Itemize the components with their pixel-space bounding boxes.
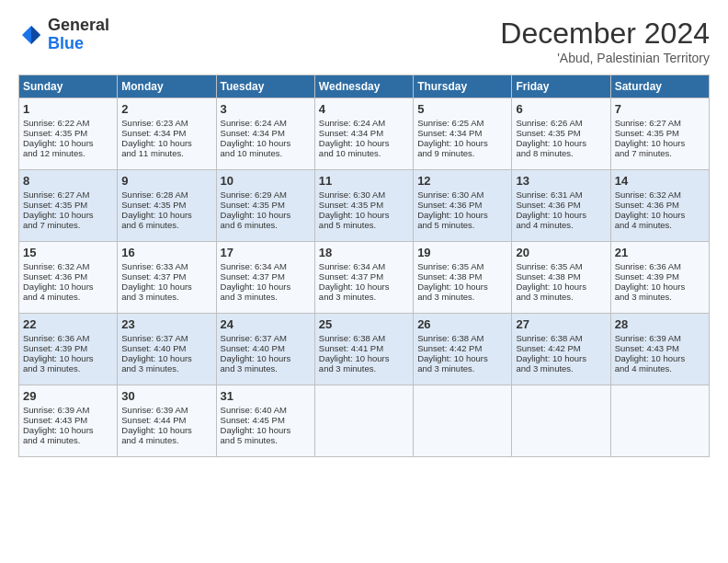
day-info-line: Sunrise: 6:24 AM: [319, 118, 409, 128]
day-info-line: and 3 minutes.: [516, 363, 606, 373]
header-row: SundayMondayTuesdayWednesdayThursdayFrid…: [19, 75, 710, 98]
calendar-cell: 10Sunrise: 6:29 AMSunset: 4:35 PMDayligh…: [216, 170, 314, 242]
day-info-line: and 3 minutes.: [221, 363, 311, 373]
day-info-line: and 3 minutes.: [319, 292, 409, 302]
day-number: 3: [221, 102, 311, 116]
day-info-line: Sunrise: 6:29 AM: [221, 190, 311, 200]
day-info-line: Sunset: 4:38 PM: [516, 271, 606, 282]
day-info-line: Sunset: 4:40 PM: [221, 343, 311, 353]
logo-general-text: General: [48, 17, 109, 35]
day-info-line: Daylight: 10 hours: [319, 210, 409, 220]
day-number: 5: [417, 102, 507, 116]
calendar-cell: 28Sunrise: 6:39 AMSunset: 4:43 PMDayligh…: [610, 314, 709, 385]
day-number: 14: [615, 174, 705, 188]
day-info-line: and 3 minutes.: [23, 363, 113, 373]
day-info-line: Sunset: 4:34 PM: [221, 128, 311, 138]
day-info-line: Daylight: 10 hours: [121, 282, 211, 292]
day-info-line: and 9 minutes.: [417, 148, 507, 158]
day-info-line: Daylight: 10 hours: [516, 353, 606, 363]
day-info-line: Daylight: 10 hours: [221, 353, 311, 363]
logo-icon: [18, 22, 44, 48]
day-info-line: and 5 minutes.: [319, 220, 409, 230]
day-info-line: Sunrise: 6:31 AM: [516, 190, 606, 200]
day-info-line: Daylight: 10 hours: [23, 138, 113, 148]
day-info-line: Sunset: 4:36 PM: [23, 271, 113, 282]
calendar-table: SundayMondayTuesdayWednesdayThursdayFrid…: [18, 75, 710, 457]
day-info-line: Sunset: 4:35 PM: [615, 128, 705, 138]
day-number: 8: [23, 174, 113, 188]
day-info-line: Sunset: 4:43 PM: [615, 343, 705, 353]
calendar-cell: 24Sunrise: 6:37 AMSunset: 4:40 PMDayligh…: [216, 314, 314, 385]
day-info-line: Sunrise: 6:39 AM: [121, 405, 211, 415]
day-info-line: Daylight: 10 hours: [23, 425, 113, 435]
day-info-line: Sunrise: 6:32 AM: [615, 190, 705, 200]
day-info-line: Daylight: 10 hours: [319, 282, 409, 292]
col-header-saturday: Saturday: [610, 75, 709, 98]
day-info-line: Sunrise: 6:27 AM: [23, 190, 113, 200]
day-info-line: Sunrise: 6:28 AM: [121, 190, 211, 200]
day-info-line: Sunrise: 6:24 AM: [221, 118, 311, 128]
day-info-line: Sunrise: 6:35 AM: [516, 261, 606, 271]
logo-blue-text: Blue: [48, 35, 109, 53]
day-info-line: Daylight: 10 hours: [319, 353, 409, 363]
logo: General Blue: [18, 17, 109, 53]
day-info-line: and 3 minutes.: [121, 292, 211, 302]
calendar-cell: 11Sunrise: 6:30 AMSunset: 4:35 PMDayligh…: [314, 170, 413, 242]
day-info-line: Daylight: 10 hours: [121, 353, 211, 363]
day-info-line: Sunset: 4:42 PM: [516, 343, 606, 353]
day-number: 10: [221, 174, 311, 188]
day-info-line: Sunrise: 6:33 AM: [121, 261, 211, 271]
day-info-line: Sunset: 4:39 PM: [23, 343, 113, 353]
calendar-cell: [610, 385, 709, 457]
day-info-line: Sunset: 4:35 PM: [121, 200, 211, 210]
calendar-cell: 6Sunrise: 6:26 AMSunset: 4:35 PMDaylight…: [512, 98, 610, 170]
week-row-2: 8Sunrise: 6:27 AMSunset: 4:35 PMDaylight…: [19, 170, 710, 242]
calendar-cell: 14Sunrise: 6:32 AMSunset: 4:36 PMDayligh…: [610, 170, 709, 242]
day-info-line: Sunrise: 6:36 AM: [23, 333, 113, 343]
calendar-cell: 31Sunrise: 6:40 AMSunset: 4:45 PMDayligh…: [216, 385, 314, 457]
calendar-cell: 21Sunrise: 6:36 AMSunset: 4:39 PMDayligh…: [610, 242, 709, 314]
day-number: 15: [23, 246, 113, 259]
day-info-line: Sunset: 4:36 PM: [516, 200, 606, 210]
day-info-line: Sunset: 4:40 PM: [121, 343, 211, 353]
calendar-cell: 12Sunrise: 6:30 AMSunset: 4:36 PMDayligh…: [414, 170, 512, 242]
day-info-line: and 3 minutes.: [417, 363, 507, 373]
day-info-line: and 11 minutes.: [121, 148, 211, 158]
day-info-line: Daylight: 10 hours: [121, 425, 211, 435]
calendar-cell: [314, 385, 413, 457]
day-info-line: Sunset: 4:44 PM: [121, 415, 211, 425]
day-number: 4: [319, 102, 409, 116]
day-info-line: Sunrise: 6:26 AM: [516, 118, 606, 128]
day-number: 21: [615, 246, 705, 259]
day-info-line: Sunrise: 6:34 AM: [221, 261, 311, 271]
day-info-line: Sunset: 4:39 PM: [615, 271, 705, 282]
col-header-tuesday: Tuesday: [216, 75, 314, 98]
day-info-line: Daylight: 10 hours: [516, 282, 606, 292]
day-info-line: Daylight: 10 hours: [417, 138, 507, 148]
day-number: 26: [417, 317, 507, 331]
day-info-line: Daylight: 10 hours: [121, 138, 211, 148]
day-info-line: and 10 minutes.: [221, 148, 311, 158]
calendar-cell: 19Sunrise: 6:35 AMSunset: 4:38 PMDayligh…: [414, 242, 512, 314]
calendar-cell: 20Sunrise: 6:35 AMSunset: 4:38 PMDayligh…: [512, 242, 610, 314]
day-info-line: Daylight: 10 hours: [516, 210, 606, 220]
day-info-line: Sunrise: 6:22 AM: [23, 118, 113, 128]
day-info-line: and 4 minutes.: [23, 435, 113, 445]
day-info-line: Sunset: 4:37 PM: [221, 271, 311, 282]
calendar-cell: 18Sunrise: 6:34 AMSunset: 4:37 PMDayligh…: [314, 242, 413, 314]
col-header-thursday: Thursday: [414, 75, 512, 98]
day-number: 30: [121, 389, 211, 403]
calendar-cell: 17Sunrise: 6:34 AMSunset: 4:37 PMDayligh…: [216, 242, 314, 314]
day-info-line: Sunset: 4:35 PM: [23, 200, 113, 210]
day-number: 12: [417, 174, 507, 188]
day-info-line: Sunrise: 6:30 AM: [417, 190, 507, 200]
day-number: 23: [121, 317, 211, 331]
day-info-line: Sunset: 4:34 PM: [417, 128, 507, 138]
calendar-cell: 4Sunrise: 6:24 AMSunset: 4:34 PMDaylight…: [314, 98, 413, 170]
day-info-line: Sunset: 4:41 PM: [319, 343, 409, 353]
day-number: 27: [516, 317, 606, 331]
day-info-line: and 4 minutes.: [23, 292, 113, 302]
day-info-line: Sunset: 4:34 PM: [319, 128, 409, 138]
day-info-line: Sunset: 4:45 PM: [221, 415, 311, 425]
day-info-line: Sunset: 4:43 PM: [23, 415, 113, 425]
